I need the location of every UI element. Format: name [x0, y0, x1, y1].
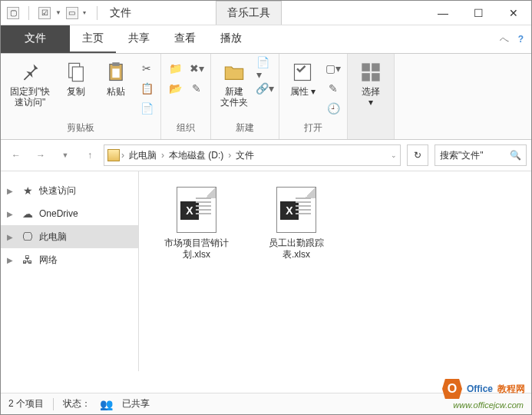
office-hex-icon: O — [442, 379, 462, 399]
search-input[interactable]: 搜索"文件" 🔍 — [435, 144, 527, 166]
help-icon[interactable]: ? — [518, 34, 524, 45]
chevron-right-icon[interactable]: › — [161, 150, 164, 161]
file-item[interactable]: X 员工出勤跟踪表.xlsx — [262, 187, 331, 261]
svg-rect-8 — [362, 73, 371, 81]
refresh-button[interactable]: ↻ — [407, 144, 428, 166]
expand-icon[interactable]: ▶ — [7, 233, 16, 241]
recent-dropdown[interactable]: ▼ — [55, 144, 76, 166]
select-button[interactable]: 选择▾ — [352, 57, 389, 111]
open-group-label: 打开 — [304, 120, 322, 136]
tab-share[interactable]: 共享 — [116, 25, 162, 53]
group-new: 新建 文件夹 📄▾ 🔗▾ 新建 — [211, 54, 279, 139]
folder-icon — [107, 149, 120, 161]
svg-rect-3 — [113, 62, 120, 66]
qat-newfolder-icon[interactable]: ▭ — [66, 7, 78, 19]
copy-button[interactable]: 复制 — [58, 57, 94, 100]
copyto-icon[interactable]: 📂 — [166, 80, 184, 97]
excel-file-icon: X — [276, 187, 316, 233]
select-icon — [359, 60, 383, 85]
newfolder-icon — [222, 60, 246, 85]
nav-network[interactable]: ▶ 🖧 网络 — [1, 248, 138, 271]
svg-rect-9 — [372, 73, 380, 81]
watermark-logo: O Office教程网 — [442, 379, 525, 399]
breadcrumb[interactable]: › 此电脑 › 本地磁盘 (D:) › 文件 ⌄ — [104, 144, 401, 166]
tab-play[interactable]: 播放 — [208, 25, 254, 53]
expand-icon[interactable]: ▶ — [7, 187, 16, 195]
monitor-icon: 🖵 — [21, 230, 35, 244]
properties-icon — [290, 60, 315, 85]
nav-quick-access[interactable]: ▶ ★ 快速访问 — [1, 179, 138, 202]
cut-icon[interactable]: ✂ — [137, 60, 156, 77]
qat-customize-icon[interactable]: ▾ — [83, 9, 86, 16]
cloud-icon: ☁ — [21, 207, 35, 221]
copy-label: 复制 — [67, 86, 85, 97]
bc-thispc[interactable]: 此电脑 — [126, 149, 160, 162]
qat-properties-icon[interactable]: ☑ — [38, 7, 51, 19]
group-clipboard: 固定到"快 速访问" 复制 粘贴 ✂ 📋 📄 剪贴板 — [1, 54, 161, 139]
svg-rect-5 — [295, 65, 311, 81]
svg-rect-4 — [113, 68, 120, 78]
titlebar: ▢ ☑ ▼ ▭ ▾ 文件 音乐工具 — ☐ ✕ — [1, 1, 531, 25]
chevron-right-icon[interactable]: › — [121, 150, 124, 161]
chevron-right-icon[interactable]: › — [228, 150, 231, 161]
bc-drive[interactable]: 本地磁盘 (D:) — [166, 149, 226, 162]
expand-icon[interactable]: ▶ — [7, 256, 16, 264]
tab-view[interactable]: 查看 — [162, 25, 208, 53]
maximize-button[interactable]: ☐ — [461, 1, 496, 25]
svg-rect-6 — [362, 63, 371, 71]
file-item[interactable]: X 市场项目营销计划.xlsx — [162, 187, 231, 261]
minimize-button[interactable]: — — [425, 1, 461, 25]
copy-icon — [64, 60, 88, 85]
item-count: 2 个项目 — [8, 397, 44, 410]
copypath-icon[interactable]: 📋 — [137, 80, 156, 97]
search-icon: 🔍 — [510, 150, 521, 161]
ribbon-tabs: 文件 主页 共享 查看 播放 へ ? — [1, 25, 531, 54]
tab-home[interactable]: 主页 — [70, 25, 116, 53]
open-icon[interactable]: ▢▾ — [324, 60, 342, 77]
close-button[interactable]: ✕ — [496, 1, 531, 25]
nav-thispc[interactable]: ▶ 🖵 此电脑 — [1, 225, 138, 248]
nav-onedrive[interactable]: ▶ ☁ OneDrive — [1, 202, 138, 225]
qat-dropdown-icon[interactable]: ▼ — [55, 9, 61, 16]
nav-thispc-label: 此电脑 — [39, 231, 67, 244]
nav-pane: ▶ ★ 快速访问 ▶ ☁ OneDrive ▶ 🖵 此电脑 ▶ 🖧 网络 — [1, 171, 139, 371]
tab-file[interactable]: 文件 — [1, 25, 70, 53]
paste-icon — [104, 60, 128, 85]
paste-shortcut-icon[interactable]: 📄 — [137, 100, 156, 117]
clipboard-group-label: 剪贴板 — [67, 120, 94, 136]
contextual-tab-music[interactable]: 音乐工具 — [216, 1, 282, 25]
pin-button[interactable]: 固定到"快 速访问" — [5, 57, 55, 111]
rename-icon[interactable]: ✎ — [187, 80, 206, 97]
history-icon[interactable]: 🕘 — [324, 100, 342, 117]
edit-icon[interactable]: ✎ — [324, 80, 342, 97]
newfolder-button[interactable]: 新建 文件夹 — [216, 57, 253, 111]
easyaccess-icon[interactable]: 🔗▾ — [256, 80, 274, 97]
newitem-icon[interactable]: 📄▾ — [256, 60, 274, 77]
status-value: 已共享 — [122, 397, 150, 410]
breadcrumb-dropdown-icon[interactable]: ⌄ — [391, 151, 397, 159]
moveto-icon[interactable]: 📁 — [166, 60, 184, 77]
excel-file-icon: X — [177, 187, 216, 233]
address-bar: ← → ▼ ↑ › 此电脑 › 本地磁盘 (D:) › 文件 ⌄ ↻ 搜索"文件… — [1, 140, 531, 171]
back-button[interactable]: ← — [5, 144, 27, 166]
star-icon: ★ — [21, 184, 35, 198]
newfolder-label: 新建 文件夹 — [220, 86, 248, 108]
properties-button[interactable]: 属性 ▾ — [284, 57, 321, 100]
file-name: 员工出勤跟踪表.xlsx — [262, 237, 331, 261]
forward-button[interactable]: → — [30, 144, 51, 166]
group-open: 属性 ▾ ▢▾ ✎ 🕘 打开 — [279, 54, 348, 139]
file-list[interactable]: X 市场项目营销计划.xlsx X 员工出勤跟踪表.xlsx — [139, 171, 531, 371]
group-organize: 📁 📂 ✖▾ ✎ 组织 — [161, 54, 211, 139]
paste-button[interactable]: 粘贴 — [97, 57, 134, 100]
svg-rect-1 — [73, 67, 84, 81]
up-button[interactable]: ↑ — [79, 144, 101, 166]
watermark-url: www.officejcw.com — [453, 400, 524, 410]
quick-access-toolbar: ▢ ☑ ▼ ▭ ▾ — [1, 6, 92, 20]
expand-icon[interactable]: ▶ — [7, 210, 16, 218]
bc-folder[interactable]: 文件 — [233, 149, 257, 162]
app-icon[interactable]: ▢ — [7, 7, 19, 19]
ribbon-collapse-icon[interactable]: へ — [500, 33, 509, 46]
delete-icon[interactable]: ✖▾ — [187, 60, 206, 77]
pin-icon — [18, 60, 42, 85]
properties-label: 属性 ▾ — [290, 86, 316, 97]
